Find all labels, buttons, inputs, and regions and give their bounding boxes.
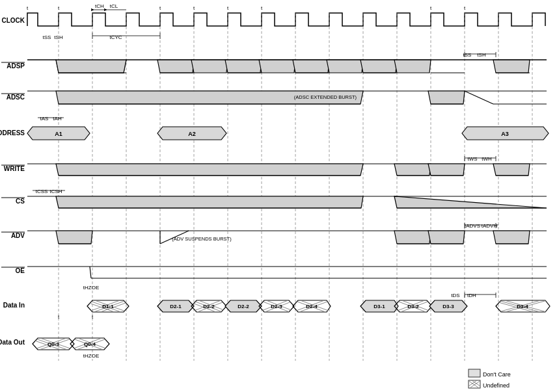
- tdh-label: tDH: [467, 293, 476, 298]
- svg-marker-31: [225, 60, 262, 73]
- a3-label: A3: [501, 131, 509, 137]
- thzoe-label: tHZOE: [83, 285, 99, 291]
- tws-label: tWS: [467, 156, 477, 162]
- svg-marker-52: [428, 91, 465, 104]
- d24-label: D2-4: [306, 304, 318, 309]
- svg-marker-79: [56, 231, 92, 244]
- datain-label: Data In: [3, 302, 25, 309]
- tch-label: tCH: [95, 3, 104, 9]
- d32-label: D3-2: [407, 304, 419, 309]
- d23-label: D2-3: [271, 304, 282, 309]
- svg-marker-35: [360, 60, 397, 73]
- tadvh-label: tADVH: [482, 223, 498, 229]
- adsp-tsh-label: tSH: [477, 52, 486, 58]
- tss-left-label: tSS: [43, 34, 51, 40]
- dataout-label: Data Out: [0, 339, 25, 346]
- svg-marker-73: [56, 196, 363, 208]
- svg-marker-67: [493, 164, 530, 176]
- adsc-label: ADSC: [7, 94, 25, 101]
- svg-marker-29: [157, 60, 194, 73]
- svg-marker-37: [493, 60, 530, 73]
- d21-label: D2-1: [170, 304, 182, 309]
- tadvs-label: tADVS: [465, 223, 480, 229]
- svg-marker-65: [428, 164, 465, 176]
- adsc-extended-burst-label: (ADSC EXTENDED BURST): [294, 94, 357, 100]
- dontcare-legend-label: Don't Care: [483, 371, 511, 378]
- d33-label: D3-3: [442, 304, 454, 309]
- svg-marker-85: [428, 231, 465, 244]
- cs-label: CS: [16, 198, 25, 205]
- tas-label: tAS: [40, 116, 49, 122]
- d22a-label: D2-2: [203, 304, 215, 309]
- twh-label: tWH: [482, 156, 492, 162]
- q03-label: Q0-3: [48, 341, 59, 347]
- timing-diagram: CLOCK ADSP ADSC ADDRESS WRITE CS ADV OE …: [0, 0, 557, 392]
- svg-marker-33: [293, 60, 329, 73]
- svg-marker-83: [394, 231, 431, 244]
- clock-label: CLOCK: [1, 17, 25, 24]
- tcss-label: tCSS: [36, 189, 48, 194]
- tcsh-label: tCSH: [49, 189, 62, 194]
- oe-label: OE: [16, 267, 25, 274]
- d34-label: D3-4: [517, 304, 528, 309]
- a2-label: A2: [188, 131, 196, 137]
- thzoe-dataout-label: tHZOE: [83, 353, 99, 359]
- undefined-legend-label: Undefined: [483, 382, 509, 389]
- a1-label: A1: [55, 131, 62, 137]
- svg-marker-63: [394, 164, 431, 176]
- svg-marker-34: [327, 60, 363, 73]
- adsp-label: ADSP: [7, 62, 25, 70]
- svg-marker-87: [493, 231, 530, 244]
- svg-marker-61: [56, 164, 363, 176]
- d11-label: D1-1: [102, 304, 114, 309]
- svg-marker-28: [56, 60, 126, 73]
- tah-label: tAH: [53, 116, 62, 122]
- svg-marker-30: [191, 60, 228, 73]
- adv-label: ADV: [11, 232, 25, 239]
- write-label: WRITE: [4, 165, 25, 172]
- address-label: ADDRESS: [0, 129, 25, 137]
- d22b-label: D2-2: [238, 304, 249, 309]
- tcl-label: tCL: [110, 3, 118, 9]
- tcyc-label: tCYC: [109, 34, 122, 40]
- svg-marker-32: [259, 60, 295, 73]
- svg-rect-155: [469, 369, 480, 377]
- svg-marker-36: [394, 60, 431, 73]
- adsp-tss-label: tSS: [463, 52, 472, 58]
- d31-label: D3-1: [374, 304, 385, 309]
- tds-label: tDS: [451, 293, 459, 298]
- q04-label: Q0-4: [84, 341, 96, 347]
- adv-suspends-burst-label: (ADV SUSPENDS BURST): [172, 236, 232, 242]
